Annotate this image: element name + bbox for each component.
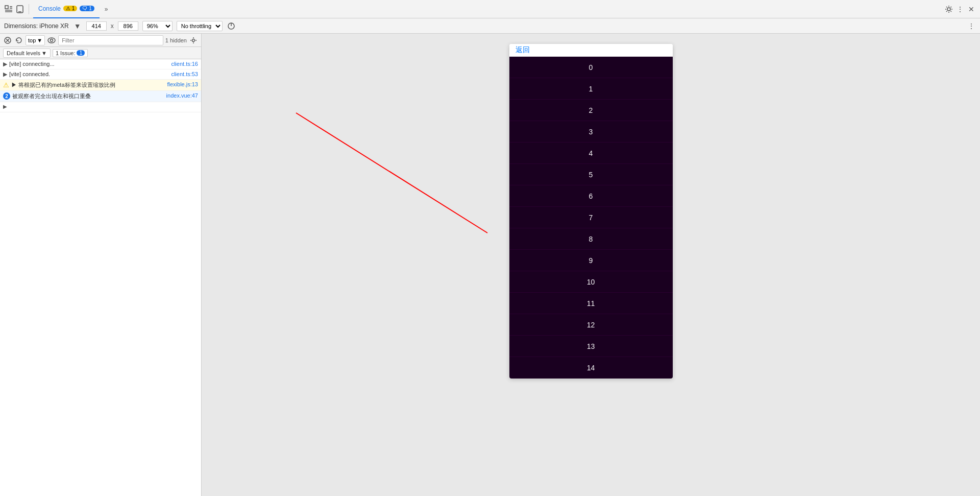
expand-arrow-icon[interactable]: ▶ <box>3 71 7 78</box>
hidden-count: 1 hidden <box>165 37 187 43</box>
issue-badge[interactable]: 1 Issue: 1 <box>53 49 88 57</box>
list-item[interactable]: 10 <box>509 271 673 293</box>
issue-count-badge: 1 <box>77 50 85 56</box>
message-badge: 🗨 1 <box>80 6 94 11</box>
list-item[interactable]: 9 <box>509 250 673 271</box>
context-selector[interactable]: top ▼ <box>26 35 45 45</box>
list-item[interactable]: 4 <box>509 143 673 164</box>
tab-more[interactable]: » <box>102 6 111 13</box>
inspect-icon[interactable] <box>4 5 13 14</box>
back-button[interactable]: 返回 <box>516 45 530 55</box>
filter-input[interactable] <box>58 35 163 45</box>
eye-icon[interactable] <box>47 36 56 45</box>
message-text: 被观察者完全出现在和视口重叠 <box>12 92 164 100</box>
separator <box>29 4 29 14</box>
list-item[interactable]: 8 <box>509 228 673 250</box>
dimensions-bar: Dimensions: iPhone XR ▼ x 96% 50% 75% 10… <box>0 18 980 34</box>
rotate-icon[interactable] <box>227 21 236 31</box>
context-label: top <box>28 37 36 43</box>
refresh-icon[interactable] <box>14 36 23 45</box>
phone-frame: 返回 0 1 2 3 4 5 <box>509 44 673 379</box>
list-item[interactable]: 11 <box>509 293 673 314</box>
log-levels-button[interactable]: Default levels ▼ <box>3 49 51 58</box>
console-message-1: ▶ [vite] connected. client.ts:53 <box>0 69 201 80</box>
message-text: [vite] connecting... <box>9 61 169 67</box>
expand-arrow-icon[interactable]: ▶ <box>3 61 7 67</box>
console-toolbar2: Default levels ▼ 1 Issue: 1 <box>0 47 201 59</box>
viewport-area: 返回 0 1 2 3 4 5 <box>202 34 980 496</box>
more-options-icon[interactable]: ⋮ <box>955 5 965 14</box>
context-dropdown-icon: ▼ <box>37 37 42 43</box>
message-source[interactable]: client.ts:16 <box>171 61 198 67</box>
tab-console[interactable]: Console ⚠ 1 🗨 1 <box>33 0 100 18</box>
info-icon: 2 <box>3 92 10 100</box>
svg-line-16 <box>296 113 487 233</box>
list-item[interactable]: 3 <box>509 121 673 143</box>
zoom-select[interactable]: 96% 50% 75% 100% <box>142 21 173 31</box>
height-input[interactable] <box>118 21 138 31</box>
dimension-x-separator: x <box>111 22 114 30</box>
list-item[interactable]: 1 <box>509 78 673 100</box>
svg-rect-0 <box>5 6 8 9</box>
list-item[interactable]: 0 <box>509 57 673 78</box>
settings-icon[interactable] <box>944 5 953 14</box>
console-toolbar: top ▼ 1 hidden <box>0 34 201 47</box>
expand-arrow-icon[interactable]: ▶ <box>3 104 7 109</box>
list-item[interactable]: 7 <box>509 207 673 228</box>
levels-dropdown-icon: ▼ <box>41 50 47 56</box>
console-message-0: ▶ [vite] connecting... client.ts:16 <box>0 59 201 69</box>
svg-point-13 <box>48 38 55 43</box>
warning-icon: ⚠ <box>3 81 9 89</box>
list-item[interactable]: 5 <box>509 164 673 185</box>
message-source[interactable]: client.ts:53 <box>171 71 198 77</box>
device-toggle-icon[interactable] <box>15 5 24 14</box>
console-message-3: 2 被观察者完全出现在和视口重叠 index.vue:47 <box>0 91 201 102</box>
width-input[interactable] <box>86 21 107 31</box>
close-icon[interactable]: ✕ <box>967 5 976 14</box>
console-messages: ▶ [vite] connecting... client.ts:16 ▶ [v… <box>0 59 201 496</box>
dimensions-label: Dimensions: iPhone XR <box>4 22 69 30</box>
phone-list: 0 1 2 3 4 5 6 <box>509 57 673 379</box>
throttle-select[interactable]: No throttling <box>177 21 223 31</box>
dimensions-dropdown-icon[interactable]: ▼ <box>73 21 82 31</box>
devtools-topbar: Console ⚠ 1 🗨 1 » ⋮ ✕ <box>0 0 980 18</box>
list-item[interactable]: 2 <box>509 100 673 121</box>
console-message-2: ⚠ ▶ 将根据已有的meta标签来设置缩放比例 flexible.js:13 <box>0 80 201 91</box>
message-source[interactable]: flexible.js:13 <box>167 81 198 87</box>
phone-header: 返回 <box>509 44 673 57</box>
console-message-4: ▶ <box>0 102 201 112</box>
list-item[interactable]: 12 <box>509 314 673 336</box>
clear-console-button[interactable] <box>3 36 12 45</box>
console-panel: top ▼ 1 hidden Default levels <box>0 34 202 496</box>
main-layout: top ▼ 1 hidden Default levels <box>0 34 980 496</box>
message-text: ▶ 将根据已有的meta标签来设置缩放比例 <box>11 81 165 89</box>
list-item[interactable]: 14 <box>509 357 673 379</box>
message-text: [vite] connected. <box>9 71 169 77</box>
svg-point-7 <box>947 8 950 11</box>
filter-settings-icon[interactable] <box>189 36 198 45</box>
warning-badge: ⚠ 1 <box>63 6 77 11</box>
list-item[interactable]: 13 <box>509 336 673 357</box>
svg-point-14 <box>51 39 53 41</box>
more-options-icon-right[interactable]: ⋮ <box>967 21 976 31</box>
list-item[interactable]: 6 <box>509 185 673 207</box>
svg-point-15 <box>192 39 195 41</box>
message-source[interactable]: index.vue:47 <box>166 92 198 99</box>
